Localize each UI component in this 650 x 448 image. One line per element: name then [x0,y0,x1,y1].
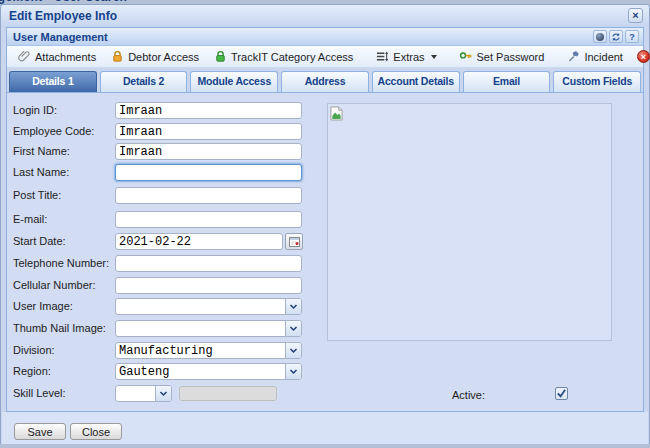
start-date-input[interactable] [115,233,283,250]
attachments-label: Attachments [35,51,96,63]
window-title: Edit Employee Info [9,5,117,27]
field-label: Region: [13,365,51,377]
sort-list-icon [375,50,389,64]
chevron-down-icon [285,321,301,336]
lock-yellow-icon [110,50,124,64]
set-password-label: Set Password [477,51,545,63]
division-select[interactable]: Manufacturing [115,342,302,359]
panel-title: User Management [13,28,108,46]
field-label: Employee Code: [13,125,94,137]
login-id-input[interactable] [115,102,302,119]
field-label: Login ID: [13,104,57,116]
thumb-nail-image-select[interactable] [115,320,302,337]
tab-account-details[interactable]: Account Details [372,71,460,92]
check-icon [556,388,567,399]
close-toolbar-button[interactable]: × Close [631,48,650,65]
tabstrip: Details 1 Details 2 Module Access Addres… [7,68,643,92]
close-red-icon: × [637,50,650,63]
paperclip-icon [17,50,31,64]
form-row: Division:Manufacturing [7,342,643,360]
field-label: Post Title: [13,189,61,201]
incident-button[interactable]: Incident [560,48,629,66]
field-label: Start Date: [13,235,66,247]
trackit-category-access-button[interactable]: TrackIT Category Access [207,48,359,66]
user-management-panel: User Management ? Attachments [6,27,644,412]
skill-level-value-input [179,386,277,401]
details-1-form: Login ID:Employee Code:First Name:Last N… [7,92,643,411]
active-checkbox[interactable] [555,387,568,400]
attachments-button[interactable]: Attachments [11,48,102,66]
post-title-input[interactable] [115,187,302,204]
user-image-preview [327,103,612,341]
cellular-number-input[interactable] [115,277,302,294]
first-name-input[interactable] [115,143,302,160]
close-footer-button[interactable]: Close [70,423,122,440]
tab-address[interactable]: Address [281,71,369,92]
calendar-icon [289,233,300,251]
extras-button[interactable]: Extras [369,48,442,66]
field-label: First Name: [13,145,70,157]
field-label: Skill Level: [13,387,66,399]
lock-green-icon [213,50,227,64]
footer: Save Close [2,412,648,444]
debtor-access-button[interactable]: Debtor Access [104,48,205,66]
trackit-category-access-label: TrackIT Category Access [231,51,353,63]
skill-level-select[interactable] [115,385,172,402]
refresh-icon[interactable] [609,30,623,43]
field-label: Division: [13,344,55,356]
employee-code-input[interactable] [115,123,302,140]
chevron-down-icon [431,55,437,59]
broken-image-icon [330,106,343,125]
last-name-input[interactable] [115,164,302,181]
tab-module-access[interactable]: Module Access [190,71,278,92]
chevron-down-icon [285,343,301,358]
key-icon [459,50,473,64]
tab-details-2[interactable]: Details 2 [100,71,188,92]
panel-header-buttons: ? [593,30,639,43]
date-picker-button[interactable] [285,233,303,250]
edit-employee-info-window: Edit Employee Info × User Management ? [0,4,650,444]
field-label: E-mail: [13,213,47,225]
tab-email[interactable]: Email [463,71,551,92]
tab-custom-fields[interactable]: Custom Fields [553,71,641,92]
window-close-button[interactable]: × [628,8,643,23]
form-row: Skill Level: [7,385,643,403]
user-image-select[interactable] [115,298,302,315]
chevron-down-icon [155,386,171,401]
screen: Management - User Search Edit Employee I… [0,0,650,448]
toolbar: Attachments Debtor Access TrackIT Catego… [7,46,643,68]
panel-header: User Management ? [7,28,643,46]
chevron-down-icon [285,364,301,379]
set-password-button[interactable]: Set Password [453,48,551,66]
form-row: Region:Gauteng [7,363,643,381]
hammer-icon [566,50,580,64]
save-button[interactable]: Save [14,423,66,440]
tab-details-1[interactable]: Details 1 [9,71,97,92]
field-label: Cellular Number: [13,279,96,291]
region-select[interactable]: Gauteng [115,363,302,380]
help-icon[interactable]: ? [625,30,639,43]
incident-label: Incident [584,51,623,63]
extras-label: Extras [393,51,424,63]
field-label: Thumb Nail Image: [13,322,106,334]
e-mail-input[interactable] [115,211,302,228]
telephone-number-input[interactable] [115,255,302,272]
field-label: Last Name: [13,166,69,178]
debtor-access-label: Debtor Access [128,51,199,63]
chevron-down-icon [285,299,301,314]
window-titlebar: Edit Employee Info × [1,5,649,27]
field-label: User Image: [13,300,73,312]
active-label: Active: [452,389,485,401]
field-label: Telephone Number: [13,257,109,269]
presence-icon[interactable] [593,30,607,43]
